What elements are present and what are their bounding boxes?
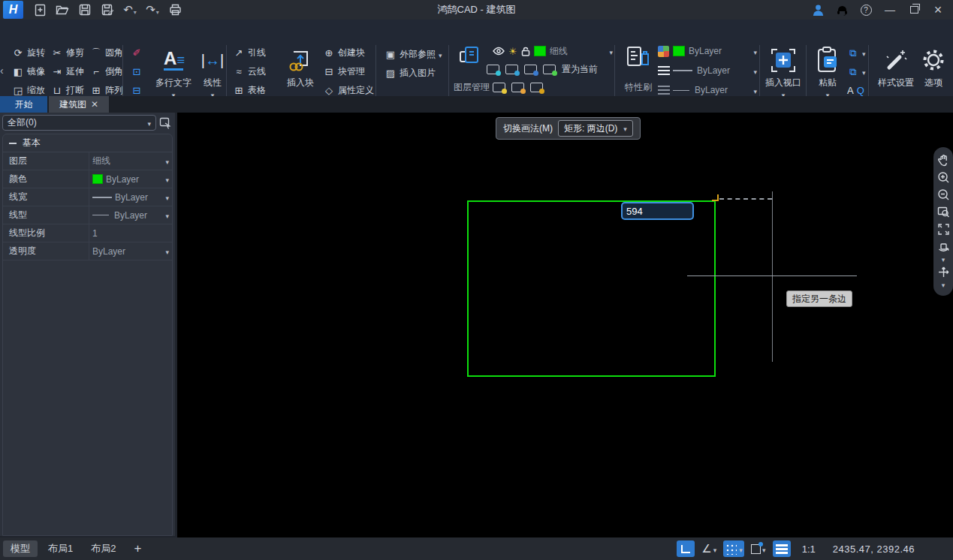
set-current-layer-label[interactable]: 置为当前 <box>562 63 598 76</box>
prop-row-layer[interactable]: 图层 细线 <box>3 152 172 170</box>
linetype-row-dropdown[interactable] <box>165 210 169 221</box>
app-logo-icon[interactable]: H <box>3 1 23 19</box>
save-as-button[interactable] <box>98 2 116 18</box>
add-layout-button[interactable]: + <box>134 541 141 556</box>
tab-start[interactable]: 开始 <box>0 96 47 113</box>
new-file-button[interactable] <box>31 2 49 18</box>
paste-button[interactable]: 粘贴 <box>811 44 844 100</box>
restore-button[interactable] <box>903 1 924 19</box>
revcloud-button[interactable]: ≈云线 <box>233 62 266 81</box>
rotate-button[interactable]: ⟳旋转 <box>12 44 51 62</box>
support-button[interactable] <box>831 1 852 19</box>
orbit-dropdown[interactable] <box>942 256 945 262</box>
mirror-button[interactable]: ◧镜像 <box>12 62 51 81</box>
leader-button[interactable]: ↗引线 <box>233 44 266 62</box>
layer-manager-button[interactable] <box>455 44 488 69</box>
selection-filter-combo[interactable]: 全部(0) <box>2 115 156 131</box>
prop-row-lineweight[interactable]: 线宽 ByLayer <box>3 188 172 206</box>
cut-dropdown[interactable] <box>862 67 866 77</box>
grid-dropdown[interactable] <box>739 543 743 555</box>
redo-button[interactable]: ↷ <box>143 2 161 18</box>
transparency-row-dropdown[interactable] <box>165 246 169 257</box>
prop-row-transparency[interactable]: 透明度 ByLayer <box>3 242 172 260</box>
layout2-tab[interactable]: 布局2 <box>83 540 123 557</box>
lineweight-row-dropdown[interactable] <box>165 192 169 203</box>
section-basic[interactable]: 基本 <box>3 134 172 152</box>
redo-dropdown[interactable] <box>155 4 159 17</box>
help-button[interactable]: ? <box>855 1 876 19</box>
layer-combo[interactable]: ☀ 细线 <box>493 44 613 58</box>
style-settings-button[interactable]: 样式设置 <box>876 44 916 89</box>
switch-method-label[interactable]: 切换画法(M) <box>503 122 553 135</box>
linetype-dropdown[interactable] <box>753 83 757 97</box>
print-button[interactable] <box>166 2 184 18</box>
options-button[interactable]: 选项 <box>918 44 949 89</box>
polar-tracking-toggle[interactable]: ∠ <box>700 540 718 557</box>
zoom-extents-button[interactable] <box>936 221 951 236</box>
ribbon-scroll-left-icon[interactable]: ‹ <box>0 65 4 77</box>
linear-dim-button[interactable]: |↔| 线性 <box>195 44 230 100</box>
trim-button[interactable]: ✂修剪 <box>51 44 90 62</box>
move-origin-button[interactable] <box>936 264 951 279</box>
lineweight-toggle[interactable] <box>773 540 791 557</box>
layout1-tab[interactable]: 布局1 <box>41 540 80 557</box>
annotation-scale[interactable]: 1:1 <box>802 543 816 555</box>
color-control[interactable]: ByLayer <box>658 44 757 58</box>
copy-dropdown[interactable] <box>862 48 866 59</box>
linetype-control[interactable]: ByLayer <box>658 83 757 97</box>
layer-unlock-button[interactable] <box>530 83 543 92</box>
open-file-button[interactable] <box>53 2 71 18</box>
erase-button[interactable]: ✐ <box>131 44 143 62</box>
tab-document[interactable]: 建筑图✕ <box>49 96 109 113</box>
layer-thaw-button[interactable] <box>511 83 524 92</box>
copy-clip-button[interactable]: ⧉ <box>847 44 866 62</box>
tab-close-icon[interactable]: ✕ <box>91 99 98 110</box>
prop-row-color[interactable]: 颜色 ByLayer <box>3 170 172 188</box>
layer-lock-button[interactable] <box>524 65 537 74</box>
orbit-button[interactable] <box>936 239 951 254</box>
close-button[interactable]: × <box>927 1 948 19</box>
lineweight-control[interactable]: ByLayer <box>658 64 757 77</box>
undo-dropdown[interactable] <box>133 4 137 17</box>
layer-row-dropdown[interactable] <box>165 156 169 167</box>
xref-button[interactable]: ▣外部参照 <box>385 45 442 64</box>
account-button[interactable] <box>807 1 828 19</box>
layer-off-button[interactable] <box>487 65 499 74</box>
dynamic-input-field[interactable]: 594 <box>621 202 694 220</box>
cut-clip-button[interactable]: ⧉ <box>847 62 866 81</box>
color-row-dropdown[interactable] <box>165 174 169 185</box>
prop-row-ltscale[interactable]: 线型比例 1 <box>3 224 172 242</box>
snap-grid-toggle[interactable] <box>723 540 744 557</box>
save-button[interactable] <box>76 2 94 18</box>
fillet-button[interactable]: ⌒圆角 <box>90 44 129 62</box>
model-tab[interactable]: 模型 <box>3 540 38 557</box>
chamfer-button[interactable]: ⌐倒角 <box>90 62 129 81</box>
minimize-button[interactable]: — <box>879 1 900 19</box>
extend-button[interactable]: ⇥延伸 <box>51 62 90 81</box>
layer-freeze-button[interactable] <box>505 65 518 74</box>
offset-button[interactable]: ⊡ <box>131 62 143 81</box>
object-snap-toggle[interactable] <box>749 540 768 557</box>
zoom-window-button[interactable] <box>936 204 951 219</box>
pan-button[interactable] <box>936 152 951 167</box>
insert-block-button[interactable]: 插入块 <box>281 44 320 89</box>
insert-viewport-button[interactable]: 插入视口 <box>761 44 805 100</box>
quick-select-button[interactable] <box>158 115 173 131</box>
zoom-out-button[interactable] <box>936 187 951 202</box>
xref-dropdown[interactable] <box>439 50 442 60</box>
drawing-canvas[interactable]: 切换画法(M) 矩形: 两边(D) 594 指定另一条边 <box>177 113 953 537</box>
create-block-button[interactable]: ⊕创建块 <box>323 44 374 62</box>
insert-image-button[interactable]: ▨插入图片 <box>385 64 442 83</box>
move-origin-dropdown[interactable] <box>942 282 945 288</box>
layer-on-button[interactable] <box>493 83 505 92</box>
block-manager-button[interactable]: ⊟块管理 <box>323 62 374 81</box>
layer-combo-dropdown[interactable] <box>609 44 613 58</box>
ortho-toggle[interactable] <box>677 540 695 557</box>
set-current-layer-button[interactable] <box>543 65 556 74</box>
color-dropdown[interactable] <box>753 44 757 58</box>
rectangle-mode-dropdown[interactable]: 矩形: 两边(D) <box>558 120 633 137</box>
polar-dropdown[interactable] <box>713 543 717 555</box>
undo-button[interactable]: ↶ <box>121 2 139 18</box>
mtext-button[interactable]: A≡ 多行文字 <box>152 44 195 100</box>
lineweight-dropdown[interactable] <box>753 64 757 77</box>
